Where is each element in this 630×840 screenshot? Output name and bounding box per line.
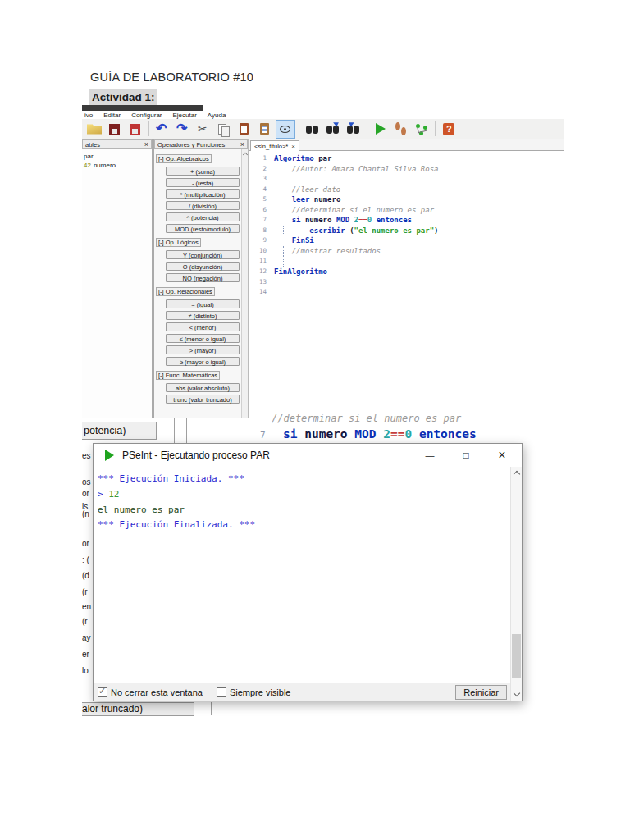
background-comment-fragment: //determinar si el numero es par xyxy=(272,414,462,425)
code-text: FinAlgoritmo xyxy=(274,267,327,277)
find-button[interactable] xyxy=(303,120,322,139)
pseint-play-icon xyxy=(105,450,114,461)
close-icon[interactable]: × xyxy=(240,141,244,148)
code-text: escribir ("el numero es par") xyxy=(274,226,439,236)
variables-panel-title: ables xyxy=(85,141,100,148)
menu-item-configurar[interactable]: Configurar xyxy=(131,112,162,119)
editor-tab[interactable]: <sin_titulo>* × xyxy=(250,140,299,151)
scroll-up-icon[interactable] xyxy=(243,152,248,157)
maximize-button[interactable]: □ xyxy=(448,450,484,461)
copy-format-icon xyxy=(258,122,272,136)
flowchart-button[interactable] xyxy=(412,120,431,139)
line-number: 4 xyxy=(249,185,274,195)
operators-scrollbar[interactable] xyxy=(241,149,248,418)
operator-group-label[interactable]: [-] Op. Relacionales xyxy=(156,287,215,296)
scrollbar-thumb[interactable] xyxy=(512,634,521,678)
operator-button[interactable]: O (disyunción) xyxy=(166,262,240,271)
code-segment: MOD xyxy=(348,427,384,441)
code-segment: numero xyxy=(297,427,347,441)
find-prev-icon xyxy=(326,122,340,136)
background-trunc-button-fragment[interactable]: alor truncado) xyxy=(82,702,194,716)
code-segment: ( xyxy=(345,226,354,235)
operator-button[interactable]: - (resta) xyxy=(166,178,240,187)
menu-item-ivo[interactable]: ivo xyxy=(84,112,93,119)
redo-button[interactable] xyxy=(173,120,193,139)
no-close-checkbox[interactable]: ✓ xyxy=(98,687,107,697)
code-segment: entonces xyxy=(372,216,412,224)
close-button[interactable]: × xyxy=(484,448,520,463)
save-button[interactable] xyxy=(105,120,125,139)
tab-close-icon[interactable]: × xyxy=(291,143,295,150)
toolbar xyxy=(82,119,564,139)
code-segment: *** Ejecución Finalizada. *** xyxy=(98,519,255,530)
help-icon xyxy=(443,123,454,135)
operator-button[interactable]: = (igual) xyxy=(166,299,240,308)
minimize-button[interactable]: — xyxy=(412,450,448,460)
operator-button[interactable]: + (suma) xyxy=(166,167,240,176)
toolbar-separator xyxy=(299,121,299,136)
operator-button[interactable]: abs (valor absoluto) xyxy=(166,383,240,392)
operator-button[interactable]: NO (negación) xyxy=(166,273,240,282)
redo-icon xyxy=(176,122,190,136)
document-page: GUÍA DE LABORATORIO #10 Actividad 1: ivo… xyxy=(0,0,630,840)
find-icon xyxy=(305,122,320,136)
no-close-label: No cerrar esta ventana xyxy=(111,687,203,697)
variable-name: par xyxy=(84,153,94,160)
open-file-button[interactable] xyxy=(84,120,104,139)
help-button[interactable] xyxy=(439,120,459,139)
operator-group-label[interactable]: [-] Func. Matemáticas xyxy=(156,371,220,380)
console-scrollbar[interactable] xyxy=(510,467,522,701)
always-visible-checkbox[interactable] xyxy=(217,687,226,697)
code-segment: si xyxy=(283,427,297,441)
step-run-button[interactable] xyxy=(391,120,411,139)
background-text-fragment: (r xyxy=(82,617,88,626)
run-button[interactable] xyxy=(371,120,390,139)
operator-button[interactable]: ≤ (menor o igual) xyxy=(166,334,240,343)
operator-button[interactable]: ^ (potencia) xyxy=(166,212,240,221)
cut-button[interactable] xyxy=(194,120,213,139)
indent-guide xyxy=(283,246,284,257)
code-line: 5 leer numero xyxy=(249,194,564,205)
copy-format-button[interactable] xyxy=(255,120,275,139)
operator-button[interactable]: < (menor) xyxy=(166,322,240,331)
autosyntax-button[interactable] xyxy=(276,120,295,139)
editor-content[interactable]: 1Algoritmo par2 //Autor: Amara Chantal S… xyxy=(249,151,564,418)
code-line: 7 si numero MOD 2==0 entonces xyxy=(249,215,564,226)
menu-item-ejecutar[interactable]: Ejecutar xyxy=(173,112,197,119)
operator-group-label[interactable]: [-] Op. Lógicos xyxy=(156,238,201,247)
operator-button[interactable]: trunc (valor truncado) xyxy=(166,395,240,404)
menu-item-ayuda[interactable]: Ayuda xyxy=(208,112,226,119)
operator-button[interactable]: ≠ (distinto) xyxy=(166,311,240,320)
console-output[interactable]: *** Ejecución Iniciada. ***> 12el numero… xyxy=(94,467,510,682)
operator-button[interactable]: ≥ (mayor o igual) xyxy=(166,357,240,366)
scroll-up-icon[interactable] xyxy=(514,470,520,477)
copy-button[interactable] xyxy=(214,120,234,139)
save-as-button[interactable] xyxy=(126,120,145,139)
console-line: *** Ejecución Iniciada. *** xyxy=(98,472,510,487)
scroll-down-icon[interactable] xyxy=(514,691,520,697)
menu-item-editar[interactable]: Editar xyxy=(103,112,121,119)
operator-button[interactable]: > (mayor) xyxy=(166,345,240,354)
run-icon xyxy=(373,122,388,136)
paste-button[interactable] xyxy=(235,120,254,139)
operator-button[interactable]: Y (conjunción) xyxy=(166,250,240,259)
undo-button[interactable] xyxy=(153,120,172,139)
variable-value: 42 xyxy=(84,162,91,169)
operator-button[interactable]: / (división) xyxy=(166,201,240,210)
line-number: 14 xyxy=(249,287,274,298)
variable-row: par xyxy=(84,152,152,161)
background-text-fragment: (r xyxy=(82,587,88,596)
restart-button[interactable]: Reiniciar xyxy=(455,685,507,700)
line-number: 5 xyxy=(249,194,274,205)
background-text-fragment: es xyxy=(82,451,91,460)
operator-button[interactable]: MOD (resto/modulo) xyxy=(166,224,240,233)
find-next-button[interactable] xyxy=(344,120,363,139)
operator-group-label[interactable]: [-] Op. Algebraicos xyxy=(156,154,212,163)
find-prev-button[interactable] xyxy=(323,120,343,139)
operators-panel-title: Operadores y Funciones xyxy=(158,141,225,148)
line-number: 6 xyxy=(249,205,274,216)
background-potencia-button-fragment[interactable]: potencia) xyxy=(82,422,157,440)
close-icon[interactable]: × xyxy=(144,141,148,148)
open-file-icon xyxy=(87,122,102,136)
operator-button[interactable]: * (multiplicación) xyxy=(166,189,240,199)
